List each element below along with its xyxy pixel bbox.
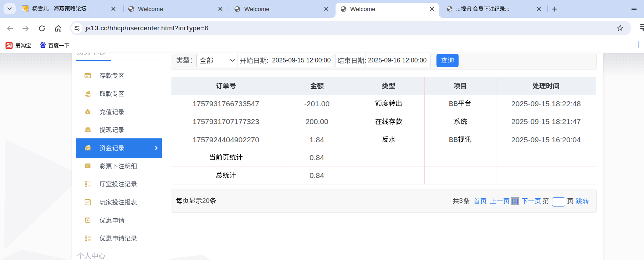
svg-text:du: du [42, 45, 45, 47]
